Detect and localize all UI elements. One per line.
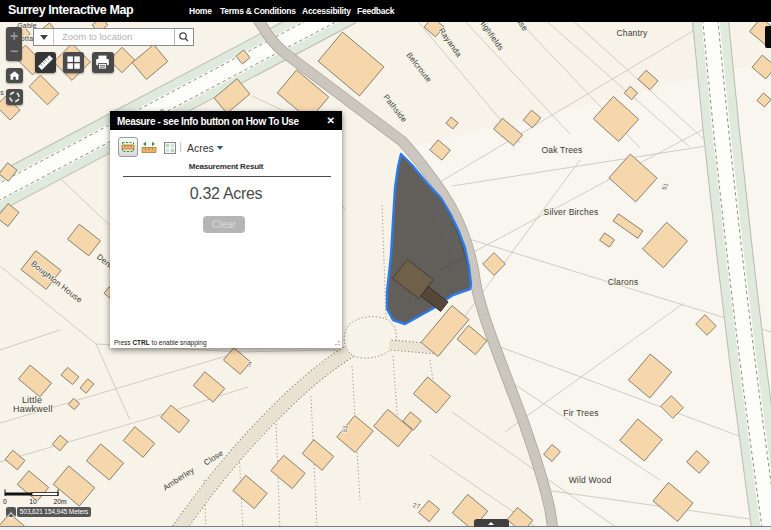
- svg-text:Oak Trees: Oak Trees: [541, 145, 582, 155]
- svg-text:10: 10: [29, 498, 37, 505]
- svg-text:Chantry: Chantry: [616, 28, 648, 38]
- svg-text:Silver Birches: Silver Birches: [544, 207, 599, 217]
- svg-text:otta: otta: [21, 35, 33, 42]
- svg-text:20m: 20m: [53, 498, 67, 505]
- svg-text:s: s: [0, 89, 4, 96]
- svg-text:Wild Wood: Wild Wood: [569, 475, 612, 485]
- svg-text:Fir Trees: Fir Trees: [563, 408, 598, 418]
- svg-text:0: 0: [3, 498, 7, 505]
- svg-text:7: 7: [248, 361, 252, 368]
- svg-text:Clarons: Clarons: [608, 277, 639, 287]
- svg-text:Hawkwell: Hawkwell: [13, 404, 53, 414]
